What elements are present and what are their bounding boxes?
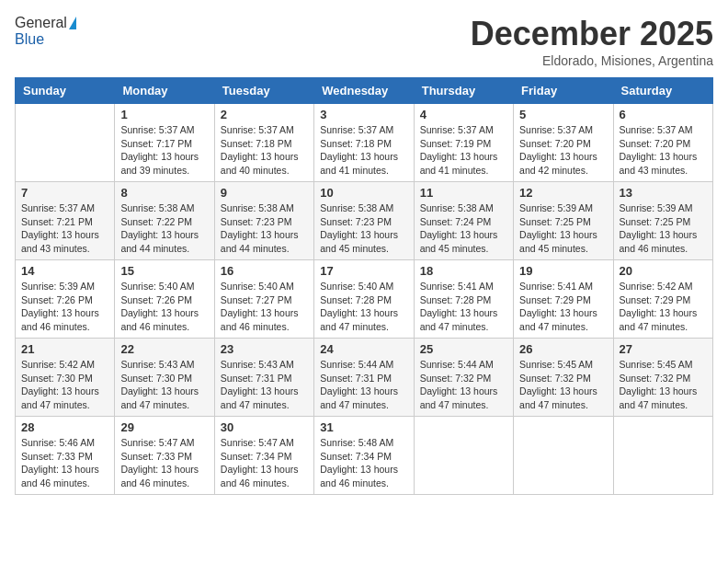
cell-info: Sunrise: 5:47 AMSunset: 7:33 PMDaylight:… [120,437,199,488]
day-number: 6 [620,108,707,121]
calendar-cell: 19Sunrise: 5:41 AMSunset: 7:29 PMDayligh… [514,260,613,339]
cell-info: Sunrise: 5:37 AMSunset: 7:18 PMDaylight:… [221,124,299,176]
cell-info: Sunrise: 5:43 AMSunset: 7:30 PMDaylight:… [120,359,199,410]
cell-info: Sunrise: 5:37 AMSunset: 7:20 PMDaylight:… [519,124,597,176]
day-number: 8 [120,186,208,200]
cell-info: Sunrise: 5:45 AMSunset: 7:32 PMDaylight:… [620,359,698,410]
cell-info: Sunrise: 5:39 AMSunset: 7:25 PMDaylight:… [620,202,698,254]
calendar-cell [514,417,613,495]
day-number: 25 [420,342,507,356]
calendar-cell: 30Sunrise: 5:47 AMSunset: 7:34 PMDayligh… [214,417,313,495]
day-number: 4 [420,108,507,121]
calendar-cell: 11Sunrise: 5:38 AMSunset: 7:24 PMDayligh… [414,182,513,260]
cell-info: Sunrise: 5:38 AMSunset: 7:23 PMDaylight:… [221,202,299,254]
day-number: 10 [320,186,407,200]
header-sunday: Sunday [16,78,115,104]
calendar-cell: 27Sunrise: 5:45 AMSunset: 7:32 PMDayligh… [613,339,712,417]
day-number: 17 [320,264,407,278]
day-number: 23 [221,342,308,356]
calendar-cell: 2Sunrise: 5:37 AMSunset: 7:18 PMDaylight… [214,104,313,182]
calendar-cell: 13Sunrise: 5:39 AMSunset: 7:25 PMDayligh… [613,182,712,260]
calendar-cell: 9Sunrise: 5:38 AMSunset: 7:23 PMDaylight… [214,182,313,260]
cell-info: Sunrise: 5:39 AMSunset: 7:26 PMDaylight:… [21,281,99,332]
day-number: 11 [420,186,507,200]
cell-info: Sunrise: 5:46 AMSunset: 7:33 PMDaylight:… [21,437,99,488]
calendar-cell: 5Sunrise: 5:37 AMSunset: 7:20 PMDaylight… [514,104,613,182]
cell-info: Sunrise: 5:47 AMSunset: 7:34 PMDaylight:… [221,437,299,488]
cell-info: Sunrise: 5:48 AMSunset: 7:34 PMDaylight:… [320,437,398,488]
calendar-cell: 31Sunrise: 5:48 AMSunset: 7:34 PMDayligh… [314,417,414,495]
calendar-cell: 10Sunrise: 5:38 AMSunset: 7:23 PMDayligh… [314,182,414,260]
calendar-cell: 17Sunrise: 5:40 AMSunset: 7:28 PMDayligh… [314,260,414,339]
logo: General Blue [15,15,76,48]
header-saturday: Saturday [613,78,712,104]
cell-info: Sunrise: 5:45 AMSunset: 7:32 PMDaylight:… [519,359,597,410]
week-row-2: 7Sunrise: 5:37 AMSunset: 7:21 PMDaylight… [16,182,713,260]
cell-info: Sunrise: 5:40 AMSunset: 7:26 PMDaylight:… [120,281,199,332]
calendar-cell: 4Sunrise: 5:37 AMSunset: 7:19 PMDaylight… [414,104,513,182]
day-number: 31 [320,420,407,434]
calendar-cell: 25Sunrise: 5:44 AMSunset: 7:32 PMDayligh… [414,339,513,417]
cell-info: Sunrise: 5:42 AMSunset: 7:29 PMDaylight:… [620,281,698,332]
week-row-3: 14Sunrise: 5:39 AMSunset: 7:26 PMDayligh… [16,260,713,339]
day-number: 21 [21,342,108,356]
cell-info: Sunrise: 5:42 AMSunset: 7:30 PMDaylight:… [21,359,99,410]
calendar-cell: 18Sunrise: 5:41 AMSunset: 7:28 PMDayligh… [414,260,513,339]
day-number: 18 [420,264,507,278]
cell-info: Sunrise: 5:41 AMSunset: 7:29 PMDaylight:… [519,281,597,332]
calendar-cell: 3Sunrise: 5:37 AMSunset: 7:18 PMDaylight… [314,104,414,182]
day-number: 5 [519,108,607,121]
header-friday: Friday [514,78,613,104]
day-number: 22 [120,342,208,356]
header-monday: Monday [115,78,214,104]
calendar-cell: 8Sunrise: 5:38 AMSunset: 7:22 PMDaylight… [115,182,214,260]
calendar-cell: 1Sunrise: 5:37 AMSunset: 7:17 PMDaylight… [115,104,214,182]
calendar-cell: 7Sunrise: 5:37 AMSunset: 7:21 PMDaylight… [16,182,115,260]
logo-general-text: General [15,15,67,31]
calendar-cell: 20Sunrise: 5:42 AMSunset: 7:29 PMDayligh… [613,260,712,339]
calendar-cell [16,104,115,182]
calendar-cell: 16Sunrise: 5:40 AMSunset: 7:27 PMDayligh… [214,260,313,339]
cell-info: Sunrise: 5:38 AMSunset: 7:23 PMDaylight:… [320,202,398,254]
week-row-4: 21Sunrise: 5:42 AMSunset: 7:30 PMDayligh… [16,339,713,417]
calendar-cell: 12Sunrise: 5:39 AMSunset: 7:25 PMDayligh… [514,182,613,260]
day-number: 20 [620,264,707,278]
calendar-cell: 24Sunrise: 5:44 AMSunset: 7:31 PMDayligh… [314,339,414,417]
day-number: 2 [221,108,308,121]
header-tuesday: Tuesday [214,78,313,104]
cell-info: Sunrise: 5:37 AMSunset: 7:20 PMDaylight:… [620,124,698,176]
day-number: 1 [120,108,208,121]
cell-info: Sunrise: 5:37 AMSunset: 7:17 PMDaylight:… [120,124,199,176]
day-number: 12 [519,186,607,200]
cell-info: Sunrise: 5:40 AMSunset: 7:27 PMDaylight:… [221,281,299,332]
location: Eldorado, Misiones, Argentina [471,53,713,68]
cell-info: Sunrise: 5:40 AMSunset: 7:28 PMDaylight:… [320,281,398,332]
logo-icon [69,17,76,29]
calendar-table: SundayMondayTuesdayWednesdayThursdayFrid… [15,77,713,495]
cell-info: Sunrise: 5:44 AMSunset: 7:31 PMDaylight:… [320,359,398,410]
header: General Blue December 2025 Eldorado, Mis… [15,15,713,68]
header-row: SundayMondayTuesdayWednesdayThursdayFrid… [16,78,713,104]
cell-info: Sunrise: 5:39 AMSunset: 7:25 PMDaylight:… [519,202,597,254]
day-number: 15 [120,264,208,278]
calendar-cell: 22Sunrise: 5:43 AMSunset: 7:30 PMDayligh… [115,339,214,417]
cell-info: Sunrise: 5:43 AMSunset: 7:31 PMDaylight:… [221,359,299,410]
day-number: 26 [519,342,607,356]
header-wednesday: Wednesday [314,78,414,104]
cell-info: Sunrise: 5:38 AMSunset: 7:24 PMDaylight:… [420,202,498,254]
logo-blue-text: Blue [15,31,44,48]
day-number: 9 [221,186,308,200]
calendar-cell: 29Sunrise: 5:47 AMSunset: 7:33 PMDayligh… [115,417,214,495]
week-row-1: 1Sunrise: 5:37 AMSunset: 7:17 PMDaylight… [16,104,713,182]
cell-info: Sunrise: 5:44 AMSunset: 7:32 PMDaylight:… [420,359,498,410]
day-number: 30 [221,420,308,434]
calendar-cell: 14Sunrise: 5:39 AMSunset: 7:26 PMDayligh… [16,260,115,339]
day-number: 7 [21,186,108,200]
cell-info: Sunrise: 5:37 AMSunset: 7:19 PMDaylight:… [420,124,498,176]
day-number: 3 [320,108,407,121]
calendar-cell: 15Sunrise: 5:40 AMSunset: 7:26 PMDayligh… [115,260,214,339]
day-number: 27 [620,342,707,356]
day-number: 29 [120,420,208,434]
cell-info: Sunrise: 5:37 AMSunset: 7:18 PMDaylight:… [320,124,398,176]
calendar-cell: 21Sunrise: 5:42 AMSunset: 7:30 PMDayligh… [16,339,115,417]
